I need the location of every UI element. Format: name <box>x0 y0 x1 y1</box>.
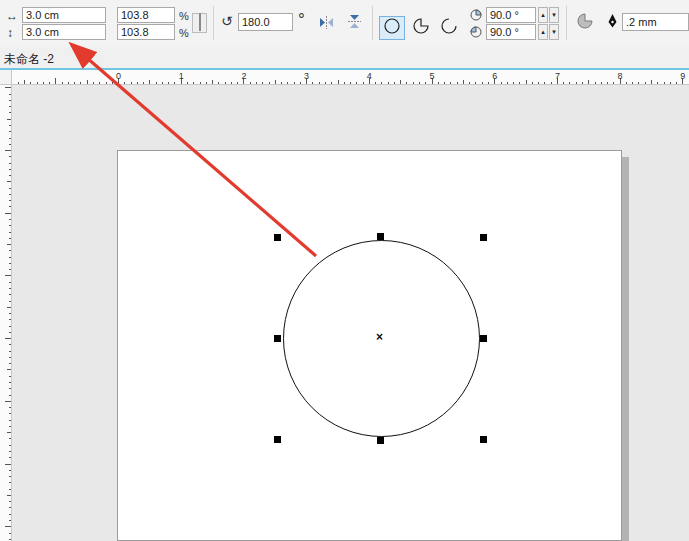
arc-start-spin-up-button[interactable]: ▴ <box>538 7 548 23</box>
toolbar-separator <box>566 6 567 40</box>
ruler-tick <box>651 80 652 84</box>
ruler-tick <box>375 82 376 84</box>
ruler-tick <box>9 94 11 95</box>
ruler-tick <box>24 80 25 84</box>
ruler-tick <box>55 78 56 84</box>
degree-symbol: ° <box>298 13 305 27</box>
ruler-tick <box>9 163 11 164</box>
ruler-tick <box>538 82 539 84</box>
ruler-tick <box>168 82 169 84</box>
ellipse-button[interactable] <box>379 16 405 40</box>
ruler-tick <box>62 82 63 84</box>
ruler-tick <box>450 82 451 84</box>
arc-end-angle-input[interactable] <box>486 24 536 40</box>
selection-handle-top-right[interactable] <box>480 234 487 241</box>
outline-width-input[interactable] <box>622 13 689 31</box>
selection-handle-middle-right[interactable] <box>480 335 487 342</box>
ruler-tick <box>438 82 439 84</box>
ruler-tick <box>68 82 69 84</box>
ruler-tick <box>43 82 44 84</box>
document-title[interactable]: 未命名 -2 <box>4 51 54 68</box>
ruler-number: 9 <box>680 71 685 81</box>
ruler-number: 4 <box>367 71 372 81</box>
ruler-tick <box>7 307 11 308</box>
ruler-tick <box>9 382 11 383</box>
ruler-number: 7 <box>555 71 560 81</box>
spinner-down-icon: ▾ <box>552 28 556 36</box>
ruler-tick <box>9 156 11 157</box>
ruler-tick <box>9 482 11 483</box>
ruler-tick <box>18 82 19 84</box>
scale-lock-button[interactable] <box>192 13 207 33</box>
scale-horizontal-input[interactable] <box>117 7 175 23</box>
ruler-tick <box>124 82 125 84</box>
ruler-tick <box>9 357 11 358</box>
arc-button[interactable] <box>436 16 462 40</box>
ruler-tick <box>463 80 464 84</box>
mirror-horizontal-button[interactable] <box>316 14 337 33</box>
rotation-angle-input[interactable] <box>238 13 293 31</box>
arc-start-spin-down-button[interactable]: ▾ <box>549 7 559 23</box>
ruler-tick <box>9 388 11 389</box>
ruler-tick <box>9 420 11 421</box>
document-tab-bar: 未命名 -2 <box>0 47 689 70</box>
arc-icon <box>440 17 458 39</box>
selection-handle-bottom-right[interactable] <box>480 436 487 443</box>
selection-handle-top-middle[interactable] <box>377 233 384 240</box>
ruler-tick <box>356 82 357 84</box>
ruler-tick <box>406 82 407 84</box>
ruler-tick <box>638 82 639 84</box>
ruler-tick <box>507 82 508 84</box>
arc-start-angle-input[interactable] <box>486 7 536 23</box>
ruler-tick <box>80 82 81 84</box>
ruler-tick <box>294 82 295 84</box>
ruler-tick <box>344 82 345 84</box>
object-width-input[interactable] <box>22 7 106 23</box>
arc-end-spin-up-button[interactable]: ▴ <box>538 24 548 40</box>
selection-handle-middle-left[interactable] <box>274 335 281 342</box>
ruler-tick <box>9 476 11 477</box>
ruler-tick <box>9 457 11 458</box>
arc-end-angle-icon <box>470 26 482 40</box>
ruler-tick <box>193 82 194 84</box>
ruler-tick <box>413 82 414 84</box>
ruler-tick <box>613 82 614 84</box>
ruler-tick <box>338 80 339 84</box>
selection-handle-top-left[interactable] <box>274 234 281 241</box>
ruler-tick <box>9 426 11 427</box>
ruler-tick <box>5 87 11 88</box>
ruler-tick <box>9 112 11 113</box>
selection-handle-bottom-middle[interactable] <box>377 437 384 444</box>
ruler-tick <box>626 82 627 84</box>
ruler-tick <box>7 432 11 433</box>
ruler-number: 1 <box>179 71 184 81</box>
ruler-tick <box>9 514 11 515</box>
object-height-icon: ↕ <box>7 26 13 40</box>
ruler-tick <box>9 507 11 508</box>
ruler-tick <box>112 82 113 84</box>
ruler-tick <box>501 82 502 84</box>
ruler-tick <box>9 232 11 233</box>
ruler-tick <box>7 369 11 370</box>
ruler-tick <box>9 438 11 439</box>
ruler-tick <box>206 82 207 84</box>
horizontal-ruler[interactable]: 0123456789 <box>0 70 689 85</box>
ruler-tick <box>9 194 11 195</box>
object-height-input[interactable] <box>22 24 106 40</box>
arc-direction-button[interactable] <box>574 13 596 33</box>
selection-handle-bottom-left[interactable] <box>274 436 281 443</box>
mirror-vertical-button[interactable] <box>344 14 365 33</box>
vertical-ruler[interactable] <box>0 85 12 541</box>
ruler-tick <box>187 82 188 84</box>
ruler-tick <box>576 82 577 84</box>
ruler-tick <box>9 125 11 126</box>
ruler-tick <box>143 82 144 84</box>
pie-button[interactable] <box>408 16 434 40</box>
scale-vertical-input[interactable] <box>117 24 175 40</box>
arc-end-spin-down-button[interactable]: ▾ <box>549 24 559 40</box>
ruler-tick <box>9 319 11 320</box>
ruler-tick <box>87 80 88 84</box>
ruler-tick <box>9 395 11 396</box>
ruler-tick <box>262 82 263 84</box>
ruler-number: 2 <box>241 71 246 81</box>
